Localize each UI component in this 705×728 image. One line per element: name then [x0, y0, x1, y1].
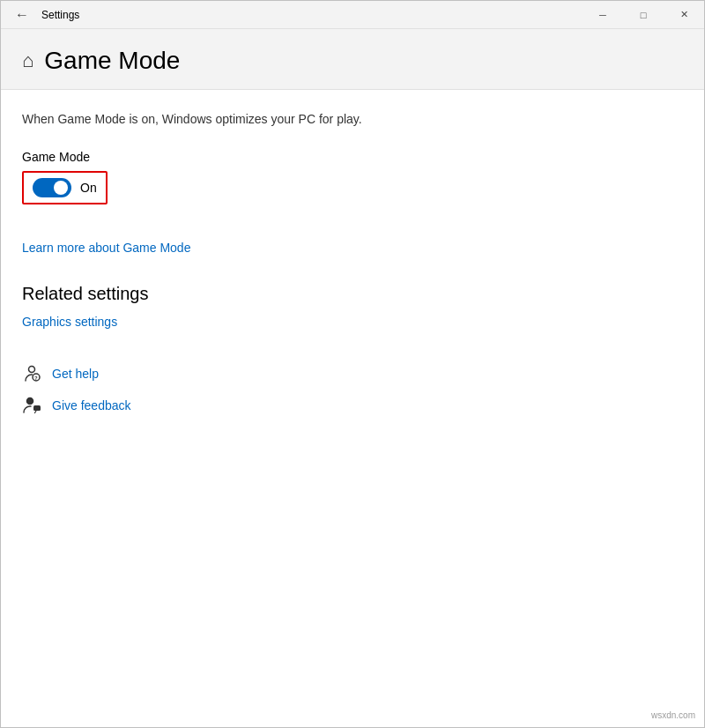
page-title: Game Mode [44, 47, 180, 75]
give-feedback-link[interactable]: Give feedback [52, 398, 131, 412]
game-mode-toggle[interactable] [33, 178, 71, 197]
toggle-track [33, 178, 71, 197]
title-bar-controls: ─ □ ✕ [583, 1, 704, 29]
description-text: When Game Mode is on, Windows optimizes … [22, 111, 683, 129]
page-title-row: ⌂ Game Mode [22, 47, 683, 75]
home-icon: ⌂ [22, 49, 33, 72]
help-section: ? Get help Give feedback [22, 364, 683, 415]
get-help-icon: ? [22, 364, 41, 383]
learn-more-link[interactable]: Learn more about Game Mode [22, 241, 190, 255]
svg-rect-4 [33, 405, 41, 411]
title-bar-left: ← Settings [11, 5, 79, 25]
toggle-wrapper: On [22, 171, 683, 222]
page-header: ⌂ Game Mode [1, 29, 704, 90]
back-button[interactable]: ← [11, 5, 33, 25]
game-mode-label: Game Mode [22, 150, 683, 164]
close-button[interactable]: ✕ [664, 1, 704, 29]
svg-point-0 [29, 366, 35, 372]
graphics-settings-link[interactable]: Graphics settings [22, 315, 683, 329]
give-feedback-item[interactable]: Give feedback [22, 396, 683, 415]
toggle-row[interactable]: On [22, 171, 108, 204]
toggle-thumb [54, 181, 68, 195]
title-bar-title: Settings [41, 9, 79, 21]
settings-window: ← Settings ─ □ ✕ ⌂ Game Mode When Game M… [0, 0, 705, 728]
title-bar: ← Settings ─ □ ✕ [1, 1, 704, 29]
svg-text:?: ? [34, 375, 38, 381]
toggle-state-text: On [80, 181, 97, 195]
maximize-button[interactable]: □ [623, 1, 664, 29]
minimize-button[interactable]: ─ [583, 1, 623, 29]
get-help-link[interactable]: Get help [52, 367, 99, 381]
related-settings-title: Related settings [22, 284, 683, 304]
svg-point-3 [27, 397, 33, 404]
content-area: When Game Mode is on, Windows optimizes … [1, 90, 704, 727]
watermark: wsxdn.com [651, 710, 695, 720]
get-help-item[interactable]: ? Get help [22, 364, 683, 383]
give-feedback-icon [22, 396, 41, 415]
